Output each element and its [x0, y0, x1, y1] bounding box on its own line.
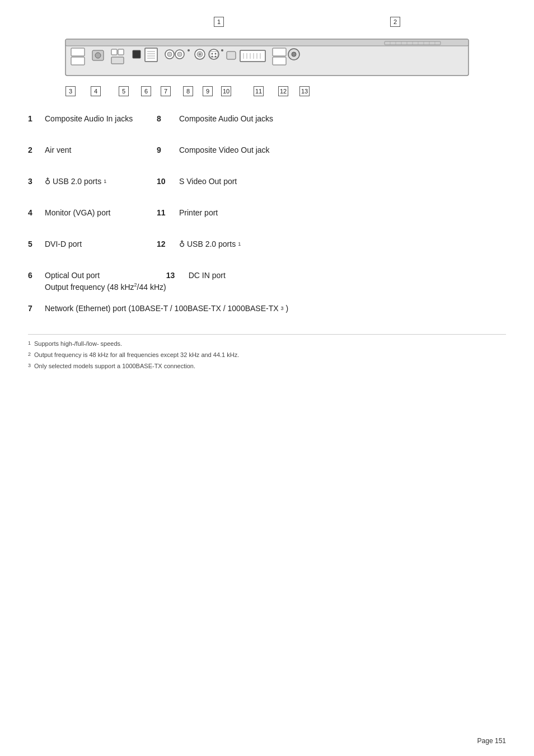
svg-point-32 — [199, 53, 201, 55]
svg-point-51 — [292, 52, 296, 57]
port-number-10: 10 — [157, 176, 179, 186]
footnote-text-2: Output frequency is 48 kHz for all frequ… — [34, 351, 239, 358]
port-number-13: 13 — [166, 270, 189, 280]
svg-rect-18 — [111, 57, 124, 64]
callout-4-bottom: 4 — [91, 86, 101, 96]
port-number-9: 9 — [157, 144, 179, 154]
footnotes-section: 1 Supports high-/full-/low- speeds. 2 Ou… — [28, 334, 506, 369]
port-label-8: Composite Audio Out jacks — [179, 113, 273, 123]
callout-5-bottom: 5 — [119, 86, 129, 96]
svg-point-39 — [221, 49, 223, 51]
port-label-1: Composite Audio In jacks — [45, 113, 157, 123]
svg-rect-13 — [71, 57, 85, 65]
port-number-5: 5 — [28, 238, 45, 248]
footnote-sup-2: 2 — [28, 351, 31, 357]
footnote-text-1: Supports high-/full-/low- speeds. — [34, 340, 122, 347]
svg-rect-16 — [111, 49, 117, 55]
svg-point-28 — [177, 52, 182, 57]
port-number-6: 6 — [28, 270, 45, 280]
svg-rect-41 — [240, 50, 265, 62]
port-entry-2: 2 Air vent 9 Composite Video Out jack — [28, 144, 506, 165]
svg-rect-49 — [273, 57, 286, 65]
svg-point-35 — [212, 53, 213, 55]
callout-11-bottom: 11 — [254, 86, 264, 96]
port-entry-5: 5 DVI-D port 12 ♁ USB 2.0 ports1 — [28, 238, 506, 259]
footnote-ref-1-right: 1 — [238, 241, 241, 247]
port-label-6: Optical Out port Output frequency (48 kH… — [45, 270, 166, 292]
callout-1-top: 1 — [214, 17, 224, 27]
port-entry-1: 1 Composite Audio In jacks 8 Composite A… — [28, 113, 506, 133]
port-number-12: 12 — [157, 238, 179, 248]
port-entry-4: 4 Monitor (VGA) port 11 Printer port — [28, 207, 506, 227]
port-label-7: Network (Ethernet) port (10BASE-T / 100B… — [45, 303, 288, 313]
port-label-10: S Video Out port — [179, 176, 237, 186]
device-svg — [60, 34, 474, 84]
footnote-ref-3: 3 — [281, 306, 284, 311]
usb-icon-left: ♁ — [45, 177, 50, 186]
callout-13-bottom: 13 — [299, 86, 310, 96]
port-label-4: Monitor (VGA) port — [45, 207, 157, 217]
svg-point-29 — [188, 49, 190, 51]
footnote-2: 2 Output frequency is 48 kHz for all fre… — [28, 351, 506, 358]
svg-rect-40 — [227, 51, 236, 59]
footnote-3: 3 Only selected models support a 1000BAS… — [28, 363, 506, 369]
callout-7-bottom: 7 — [161, 86, 171, 96]
port-label-11: Printer port — [179, 207, 218, 217]
port-number-8: 8 — [157, 113, 179, 123]
port-label-12: ♁ USB 2.0 ports1 — [179, 238, 241, 248]
port-label-13: DC IN port — [189, 270, 226, 280]
port-label-3: ♁ USB 2.0 ports1 — [45, 176, 157, 186]
footnote-text-3: Only selected models support a 1000BASE-… — [34, 363, 195, 369]
svg-point-15 — [95, 53, 101, 58]
svg-rect-48 — [273, 48, 286, 56]
port-label-2: Air vent — [45, 144, 157, 154]
callout-6-bottom: 6 — [141, 86, 151, 96]
callout-9-bottom: 9 — [203, 86, 213, 96]
callout-12-bottom: 12 — [278, 86, 288, 96]
footnote-ref-1-left: 1 — [104, 179, 106, 184]
svg-rect-17 — [118, 49, 124, 55]
usb-icon-right: ♁ — [179, 240, 185, 248]
svg-point-26 — [167, 52, 172, 57]
svg-point-33 — [209, 49, 219, 59]
port-entry-3: 3 ♁ USB 2.0 ports1 10 S Video Out port — [28, 176, 506, 196]
port-descriptions: 1 Composite Audio In jacks 8 Composite A… — [28, 113, 506, 323]
svg-point-38 — [215, 56, 217, 58]
port-label-9: Composite Video Out jack — [179, 144, 270, 154]
footnote-sup-3: 3 — [28, 363, 31, 368]
footnote-1: 1 Supports high-/full-/low- speeds. — [28, 340, 506, 347]
port-number-11: 11 — [157, 207, 179, 217]
svg-rect-12 — [71, 48, 85, 56]
port-entry-7: 7 Network (Ethernet) port (10BASE-T / 10… — [28, 303, 506, 323]
port-number-4: 4 — [28, 207, 45, 217]
svg-point-37 — [212, 56, 213, 58]
port-number-3: 3 — [28, 176, 45, 186]
callout-3-bottom: 3 — [65, 86, 76, 96]
svg-point-36 — [215, 53, 217, 55]
svg-rect-19 — [133, 50, 140, 58]
svg-rect-20 — [145, 48, 157, 62]
port-number-7: 7 — [28, 303, 45, 313]
port-label-5: DVI-D port — [45, 238, 157, 248]
callout-2-top: 2 — [390, 17, 400, 27]
page-number: Page 151 — [477, 737, 506, 745]
port-entry-6: 6 Optical Out port Output frequency (48 … — [28, 270, 506, 292]
port-number-2: 2 — [28, 144, 45, 154]
footnote-sup-1: 1 — [28, 340, 31, 346]
device-diagram — [60, 34, 474, 84]
callout-8-bottom: 8 — [183, 86, 193, 96]
callout-10-bottom: 10 — [221, 86, 231, 96]
port-number-1: 1 — [28, 113, 45, 123]
